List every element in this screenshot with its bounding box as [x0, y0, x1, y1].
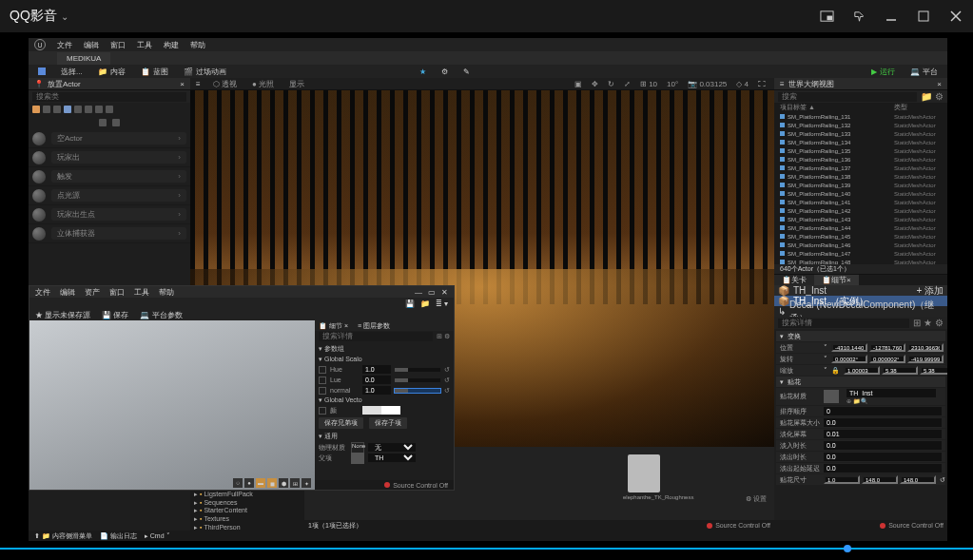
actor-item[interactable]: 空Actor: [29, 129, 190, 148]
menu-file[interactable]: 文件: [57, 40, 72, 50]
sc-x[interactable]: [844, 366, 880, 375]
actor-item[interactable]: 玩家出: [29, 148, 190, 167]
settings-icon[interactable]: ⚙ 设置: [746, 494, 767, 504]
select-tool[interactable]: ▣: [572, 80, 585, 88]
component-decal[interactable]: ↳ Decal (NewDecalComponent)（继承）: [774, 306, 947, 317]
mat-min-icon[interactable]: ―: [415, 288, 422, 297]
view-list-icon[interactable]: [112, 119, 120, 126]
save-button[interactable]: [34, 67, 49, 76]
outliner-row[interactable]: SM_PlatformRailing_134StaticMeshActor: [774, 138, 947, 146]
loc-x[interactable]: [831, 343, 867, 352]
param-value[interactable]: [362, 365, 391, 374]
menu-build[interactable]: 构建: [164, 40, 179, 50]
tree-item[interactable]: ▸ ▪Textures: [194, 515, 301, 524]
content-button[interactable]: 📁 内容: [94, 66, 129, 78]
mat-menu-asset[interactable]: 资产: [85, 287, 100, 298]
mat-menu-tools[interactable]: 工具: [134, 287, 149, 298]
loc-z[interactable]: [907, 343, 944, 352]
pin-icon[interactable]: [851, 9, 866, 24]
pv-sphere[interactable]: ●: [244, 478, 254, 488]
outliner-row[interactable]: SM_PlatformRailing_144StaticMeshActor: [774, 223, 947, 232]
outliner-row[interactable]: SM_PlatformRailing_139StaticMeshActor: [774, 181, 947, 189]
group-global-scalo[interactable]: ▾ Global Scalo: [319, 355, 450, 364]
rotate-tool[interactable]: ↻: [605, 80, 617, 88]
menu-edit[interactable]: 编辑: [84, 40, 99, 50]
mat-save[interactable]: 💾: [405, 299, 415, 308]
mat-menu-help[interactable]: 帮助: [159, 287, 174, 298]
cat-icon[interactable]: [85, 106, 92, 113]
cmd-input[interactable]: ▸ Cmd ˅: [145, 532, 170, 540]
screen-size[interactable]: [824, 418, 942, 427]
rot-x[interactable]: [831, 355, 867, 363]
persp-button[interactable]: ⬡ 透视: [210, 79, 240, 89]
modes-button[interactable]: 选择...: [57, 66, 87, 78]
play-button[interactable]: ▶ 运行: [867, 66, 899, 78]
param-slider[interactable]: [395, 368, 440, 372]
pv-cyl[interactable]: ○: [233, 478, 243, 488]
pv-grid[interactable]: ⊞: [290, 478, 300, 488]
cat-icon[interactable]: [32, 106, 40, 113]
param-value[interactable]: [362, 386, 391, 395]
mat-search[interactable]: [319, 332, 433, 341]
display-button[interactable]: 显示: [286, 79, 307, 89]
view-grid-icon[interactable]: [99, 119, 107, 126]
tree-item[interactable]: ▸ ▪ThirdPerson: [194, 524, 301, 531]
save-children-button[interactable]: 保存子项: [369, 417, 407, 429]
fade-delay[interactable]: [824, 464, 942, 473]
level-tab[interactable]: MEDIKUА: [57, 52, 110, 65]
outliner-row[interactable]: SM_PlatformRailing_141StaticMeshActor: [774, 198, 947, 206]
mat-tab-det[interactable]: 📋 细节 ×: [319, 321, 348, 331]
cat-icon[interactable]: [95, 106, 103, 113]
scale-tool[interactable]: ⤢: [621, 80, 633, 88]
tab-level[interactable]: 📋 关卡: [774, 275, 814, 285]
param-slider[interactable]: [395, 389, 440, 393]
sequence-button[interactable]: 🎬 过场动画: [180, 66, 230, 78]
param-chk[interactable]: [319, 387, 326, 395]
group-global-vecto[interactable]: ▾ Global Vecto: [319, 396, 450, 405]
outliner-list[interactable]: SM_PlatformRailing_131StaticMeshActorSM_…: [774, 112, 947, 264]
mat-menu-window[interactable]: 窗口: [109, 287, 125, 298]
menu-tools[interactable]: 工具: [137, 40, 152, 50]
cat-icon[interactable]: [53, 106, 61, 113]
dim-x[interactable]: [824, 475, 860, 484]
outliner-row[interactable]: SM_PlatformRailing_138StaticMeshActor: [774, 172, 947, 181]
param-slider[interactable]: [395, 378, 440, 382]
parent-thumb[interactable]: [351, 453, 364, 464]
cam-speed[interactable]: 📷 0.03125: [685, 80, 730, 88]
menu-window[interactable]: 窗口: [110, 40, 126, 50]
param-chk[interactable]: [319, 377, 326, 384]
outliner-row[interactable]: SM_PlatformRailing_146StaticMeshActor: [774, 241, 947, 249]
outliner-row[interactable]: SM_PlatformRailing_136StaticMeshActor: [774, 155, 947, 164]
save-siblings-button[interactable]: 保存兄弟项: [319, 417, 363, 429]
cat-icon[interactable]: [43, 106, 50, 113]
actor-item[interactable]: 立体捕获器: [29, 224, 190, 243]
drawer-toggle[interactable]: ⬆ 📁 内容侧滑菜单: [34, 531, 92, 541]
output-log[interactable]: 📄 输出日志: [100, 531, 137, 541]
outliner-search[interactable]: [778, 92, 917, 102]
mat-max-icon[interactable]: ▭: [428, 288, 436, 297]
maximize-icon[interactable]: [916, 9, 931, 24]
title-dropdown-icon[interactable]: ⌄: [61, 11, 68, 22]
sort-order[interactable]: [824, 407, 942, 415]
outliner-row[interactable]: SM_PlatformRailing_131StaticMeshActor: [774, 112, 947, 121]
parent-select[interactable]: TH: [368, 454, 416, 462]
fade-start[interactable]: [824, 430, 942, 438]
dim-z[interactable]: [900, 475, 936, 484]
outliner-row[interactable]: SM_PlatformRailing_135StaticMeshActor: [774, 146, 947, 155]
tree-item[interactable]: ▸ ▪Sequences: [194, 499, 301, 508]
fullscreen[interactable]: ⛶: [755, 80, 769, 88]
param-chk[interactable]: [319, 407, 326, 415]
pv-plane[interactable]: ▬: [256, 478, 265, 488]
section-decal[interactable]: ▾ 贴花: [776, 377, 945, 387]
tree-item[interactable]: ▸ ▪StarterContent: [194, 507, 301, 515]
mat-tab-layer[interactable]: ≡ 图层参数: [358, 321, 390, 331]
mat-hier[interactable]: ≣ ▾: [436, 299, 448, 308]
dim-y[interactable]: [862, 475, 898, 484]
vp-opt-2[interactable]: ⚙: [438, 67, 452, 77]
pv-cube[interactable]: ◼: [267, 478, 277, 488]
mat-browse[interactable]: 📁: [420, 299, 430, 308]
outliner-row[interactable]: SM_PlatformRailing_133StaticMeshActor: [774, 129, 947, 138]
video-progress[interactable]: [0, 548, 973, 550]
param-value[interactable]: [362, 376, 391, 384]
loc-y[interactable]: [869, 343, 905, 352]
